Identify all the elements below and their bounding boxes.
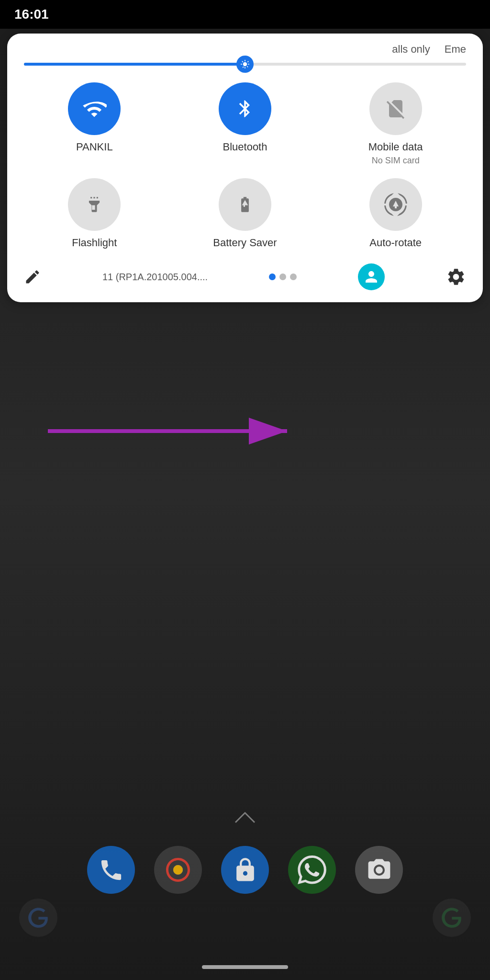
mobiledata-label: Mobile data xyxy=(368,141,423,153)
calls-only-label[interactable]: alls only xyxy=(392,43,430,56)
flashlight-tile[interactable]: Flashlight xyxy=(22,178,167,249)
nosim-icon xyxy=(384,97,407,120)
build-info: 11 (RP1A.201005.004.... xyxy=(102,272,208,283)
dot-3 xyxy=(290,273,297,280)
autorotate-label: Auto-rotate xyxy=(369,237,422,249)
batterysaver-label: Battery Saver xyxy=(213,237,277,249)
google-icon-right[interactable] xyxy=(433,899,471,937)
dot-1 xyxy=(269,273,276,280)
bluetooth-icon-circle[interactable] xyxy=(219,82,271,135)
whatsapp-dock-icon[interactable] xyxy=(288,846,336,894)
status-time: 16:01 xyxy=(14,7,49,22)
panel-top-labels: alls only Eme xyxy=(22,43,468,56)
chrome-dock-icon[interactable] xyxy=(154,846,202,894)
quick-settings-panel: alls only Eme PANKIL xyxy=(7,34,483,302)
brightness-icon xyxy=(240,59,250,69)
settings-icon[interactable] xyxy=(446,267,466,287)
bluetooth-tile[interactable]: Bluetooth xyxy=(172,82,318,166)
flashlight-label: Flashlight xyxy=(72,237,117,249)
flashlight-icon xyxy=(85,192,103,217)
autorotate-tile[interactable]: Auto-rotate xyxy=(323,178,468,249)
wifi-tile[interactable]: PANKIL xyxy=(22,82,167,166)
bluetooth-label: Bluetooth xyxy=(223,141,267,153)
google-icon-left[interactable] xyxy=(19,899,57,937)
nav-bar xyxy=(0,954,490,980)
wifi-icon-circle[interactable] xyxy=(68,82,121,135)
tiles-grid: PANKIL Bluetooth Mobile data No SIM card xyxy=(22,82,468,249)
brightness-slider[interactable] xyxy=(24,63,466,66)
autorotate-icon xyxy=(384,193,407,216)
app-drawer-hint[interactable] xyxy=(233,810,257,827)
mobiledata-tile[interactable]: Mobile data No SIM card xyxy=(323,82,468,166)
brightness-fill xyxy=(24,63,245,66)
battery-saver-icon xyxy=(236,193,254,216)
page-dots xyxy=(269,273,297,280)
brightness-row[interactable] xyxy=(22,63,468,66)
flashlight-icon-circle[interactable] xyxy=(68,178,121,231)
home-pill[interactable] xyxy=(202,965,288,969)
bluetooth-icon xyxy=(235,96,255,121)
user-icon xyxy=(363,268,380,285)
google-bar xyxy=(19,899,471,937)
autorotate-icon-circle[interactable] xyxy=(369,178,422,231)
panel-bottom-bar: 11 (RP1A.201005.004.... xyxy=(22,263,468,290)
lock-dock-icon[interactable] xyxy=(221,846,269,894)
edit-icon[interactable] xyxy=(24,268,41,285)
status-bar: 16:01 xyxy=(0,0,490,29)
home-dock xyxy=(0,846,490,894)
camera-dock-icon[interactable] xyxy=(355,846,403,894)
batterysaver-tile[interactable]: Battery Saver xyxy=(172,178,318,249)
user-avatar[interactable] xyxy=(358,263,385,290)
wifi-label: PANKIL xyxy=(76,141,113,153)
mobiledata-sublabel: No SIM card xyxy=(372,155,420,166)
mobiledata-icon-circle[interactable] xyxy=(369,82,422,135)
dot-2 xyxy=(279,273,286,280)
batterysaver-icon-circle[interactable] xyxy=(219,178,271,231)
wifi-icon xyxy=(82,96,107,121)
emergency-label[interactable]: Eme xyxy=(445,43,466,56)
phone-dock-icon[interactable] xyxy=(87,846,135,894)
brightness-thumb[interactable] xyxy=(236,56,254,73)
